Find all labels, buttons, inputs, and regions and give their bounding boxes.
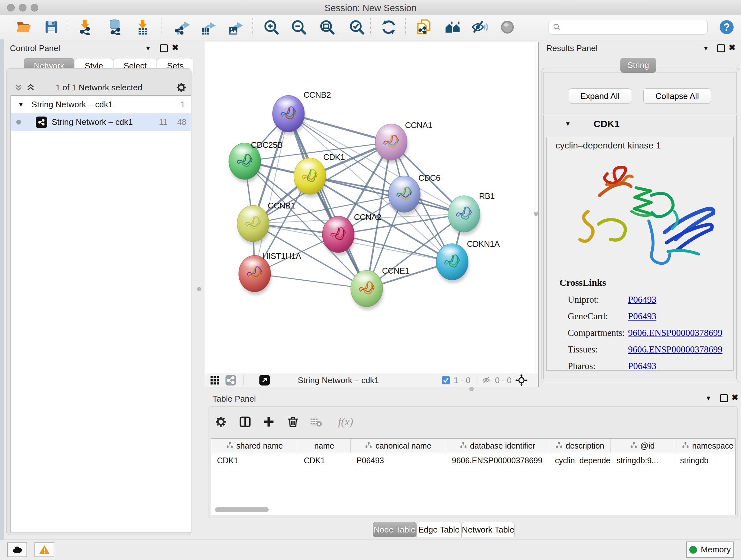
memory-button[interactable]: Memory xyxy=(686,542,734,558)
control-panel: Control Panel ▼ ✖ NetworkStyleSelectSets… xyxy=(4,41,193,535)
control-panel-close-icon[interactable]: ✖ xyxy=(172,44,179,52)
entry-header-cdk1[interactable]: ▼ CDK1 xyxy=(544,118,736,131)
import-network-from-database-button[interactable] xyxy=(106,18,124,36)
table-cell[interactable]: cyclin–dependent ... xyxy=(549,453,611,468)
clone-network-button[interactable] xyxy=(415,18,433,36)
hide-selected-button[interactable] xyxy=(471,18,488,36)
crosslink-link[interactable]: P06493 xyxy=(628,361,657,371)
control-panel-menu-icon[interactable]: ▼ xyxy=(145,45,151,52)
network-edge[interactable] xyxy=(288,114,367,289)
birdseye-view-icon[interactable] xyxy=(259,374,270,386)
left-splitter-handle[interactable] xyxy=(197,287,201,291)
network-graph[interactable]: CCNB2CCNA1CDC25BCDK1CDC6RB1CCNB1CCNA2CDK… xyxy=(205,42,539,373)
network-view[interactable]: CCNB2CCNA1CDC25BCDK1CDC6RB1CCNB1CCNA2CDK… xyxy=(205,42,539,387)
network-collection-row[interactable]: ▼ String Network – cdk1 1 xyxy=(11,96,191,113)
entry-expand-icon[interactable]: ▼ xyxy=(565,120,571,127)
table-panel-float-icon[interactable] xyxy=(720,394,728,403)
import-table-button[interactable] xyxy=(134,18,151,36)
collapse-all-button[interactable]: Collapse All xyxy=(643,88,711,104)
right-splitter-handle[interactable] xyxy=(534,212,538,216)
help-button[interactable]: ? xyxy=(718,18,736,36)
search-field[interactable] xyxy=(549,20,708,35)
zoom-selected-button[interactable] xyxy=(348,18,366,36)
export-table-icon xyxy=(200,19,216,35)
network-node-cdc6[interactable] xyxy=(388,176,421,215)
column-header-name[interactable]: name xyxy=(298,439,351,453)
show-all-button[interactable] xyxy=(498,18,516,36)
tab-network-table[interactable]: Network Table xyxy=(461,522,515,537)
table-cell[interactable]: 9606.ENSP00000378699 xyxy=(446,453,549,468)
create-column-button[interactable] xyxy=(261,414,277,430)
show-columns-button[interactable] xyxy=(237,414,253,430)
crosslink-link[interactable]: 9606.ENSP00000378699 xyxy=(628,327,723,338)
table-cell[interactable]: CDK1 xyxy=(298,453,351,468)
selected-checkbox-icon[interactable] xyxy=(441,376,450,385)
zoom-fit-button[interactable] xyxy=(318,18,336,36)
import-network-button[interactable] xyxy=(77,18,94,36)
tab-string[interactable]: String xyxy=(620,58,656,73)
table-cell[interactable]: CDK1 xyxy=(211,453,298,468)
network-node-cdkn1a[interactable] xyxy=(436,244,469,283)
results-panel-float-icon[interactable] xyxy=(717,44,725,54)
crosslink-link[interactable]: 9606.ENSP00000378699 xyxy=(628,344,723,355)
column-header--id[interactable]: @id xyxy=(611,439,674,453)
gear-icon[interactable] xyxy=(176,82,187,93)
results-panel-close-icon[interactable]: ✖ xyxy=(729,44,736,52)
table-settings-button[interactable] xyxy=(213,414,229,430)
table-cell[interactable]: stringdb:9... xyxy=(611,453,674,468)
horizontal-scrollbar[interactable] xyxy=(215,507,269,512)
column-header-canonical-name[interactable]: canonical name xyxy=(351,439,446,453)
tab-node-table[interactable]: Node Table xyxy=(373,522,416,537)
table-panel-menu-icon[interactable]: ▼ xyxy=(705,395,712,402)
grid-view-icon[interactable] xyxy=(210,375,220,385)
table-panel-close-icon[interactable]: ✖ xyxy=(731,393,738,401)
results-panel-menu-icon[interactable]: ▼ xyxy=(703,45,709,52)
export-table-button[interactable] xyxy=(199,18,217,36)
save-session-button[interactable] xyxy=(43,18,60,36)
toolbar-separator xyxy=(477,375,477,385)
delete-column-button[interactable] xyxy=(285,414,301,430)
network-edge[interactable] xyxy=(255,114,288,273)
warnings-button[interactable] xyxy=(35,543,54,557)
column-label: canonical name xyxy=(375,441,431,450)
search-input[interactable] xyxy=(561,21,707,33)
network-node-ccnb2[interactable] xyxy=(273,96,306,135)
cloud-status-button[interactable] xyxy=(7,543,27,557)
network-node-cdk1[interactable] xyxy=(294,158,327,198)
import-network-icon xyxy=(77,19,93,35)
export-network-button[interactable] xyxy=(174,18,192,36)
network-node-ccnb1[interactable] xyxy=(237,205,270,245)
column-header-shared-name[interactable]: shared name xyxy=(211,439,298,453)
table-cell[interactable]: stringdb xyxy=(674,453,736,468)
node-table[interactable]: shared namenamecanonical namedatabase id… xyxy=(211,438,736,515)
column-header-namespace[interactable]: namespace xyxy=(674,439,736,453)
network-view-mode-icon[interactable] xyxy=(225,374,237,386)
network-node-ccne1[interactable] xyxy=(351,270,384,310)
network-row-selected[interactable]: String Network – cdk1 11 48 xyxy=(11,113,191,131)
open-session-button[interactable] xyxy=(15,18,32,36)
table-row[interactable]: CDK1CDK1P064939606.ENSP00000378699cyclin… xyxy=(211,453,735,468)
network-node-ccna2[interactable] xyxy=(322,216,355,256)
zoom-out-button[interactable] xyxy=(290,18,308,36)
entry-description: cyclin–dependent kinase 1 xyxy=(556,140,661,151)
control-panel-float-icon[interactable] xyxy=(160,44,168,54)
fx-icon: f(x) xyxy=(338,416,353,428)
zoom-in-button[interactable] xyxy=(262,18,280,36)
tree-expand-icon[interactable]: ▼ xyxy=(18,101,24,108)
column-header-description[interactable]: description xyxy=(549,439,611,453)
network-node-rb1[interactable] xyxy=(448,196,481,235)
tab-edge-table[interactable]: Edge Table xyxy=(416,522,461,537)
column-header-database-identifier[interactable]: database identifier xyxy=(446,439,549,453)
first-neighbors-button[interactable] xyxy=(444,18,462,36)
network-selected-status: 1 of 1 Network selected xyxy=(7,83,191,92)
crosslink-link[interactable]: P06493 xyxy=(628,294,657,305)
crosshair-icon[interactable] xyxy=(515,374,528,386)
network-node-hist1h1a[interactable] xyxy=(239,255,272,295)
network-node-ccna1[interactable] xyxy=(375,124,408,164)
gear-icon xyxy=(215,416,227,428)
table-cell[interactable]: P06493 xyxy=(351,453,446,468)
crosslink-link[interactable]: P06493 xyxy=(628,311,657,321)
expand-all-button[interactable]: Expand All xyxy=(569,88,631,104)
export-image-button[interactable] xyxy=(226,18,245,36)
apply-layout-button[interactable] xyxy=(380,18,398,36)
